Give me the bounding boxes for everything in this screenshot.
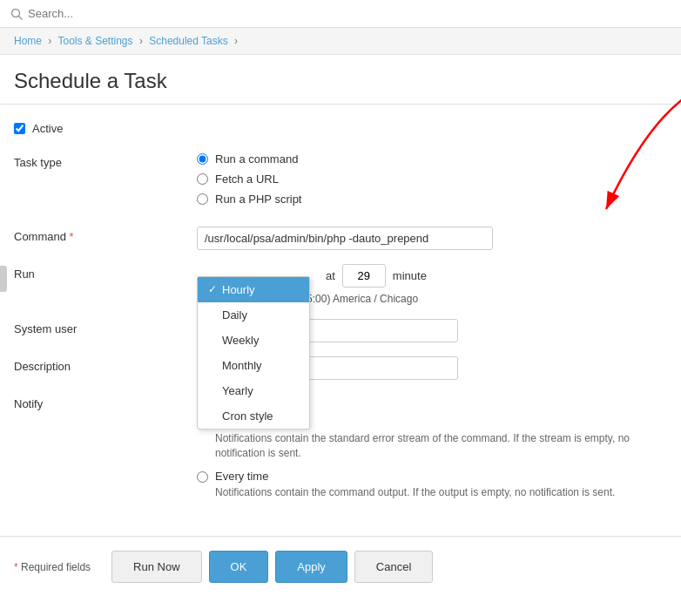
run-row: Run ✓ Hourly Daily — [14, 264, 667, 305]
minute-input[interactable] — [342, 264, 386, 288]
footer: * Required fields Run Now OK Apply Cance… — [0, 536, 681, 597]
check-icon-empty — [208, 308, 222, 321]
required-note: * Required fields — [14, 561, 91, 573]
breadcrumb-sep3: › — [234, 35, 238, 47]
svg-line-1 — [19, 16, 23, 19]
search-input[interactable] — [28, 7, 202, 20]
description-row: Description — [14, 356, 667, 380]
search-icon — [10, 8, 23, 20]
breadcrumb-scheduled-tasks[interactable]: Scheduled Tasks — [149, 35, 228, 47]
run-now-button[interactable]: Run Now — [111, 551, 201, 583]
run-content: ✓ Hourly Daily Weekly — [197, 264, 667, 305]
active-checkbox[interactable] — [14, 123, 25, 134]
system-user-label: System user — [14, 319, 197, 335]
radio-run-command: Run a command — [197, 152, 667, 166]
system-user-row: System user — [14, 319, 667, 342]
dropdown-item-cron[interactable]: Cron style — [198, 403, 309, 429]
required-text: Required fields — [21, 561, 91, 573]
radio-run-php: Run a PHP script — [197, 193, 667, 206]
check-icon: ✓ — [208, 283, 222, 295]
task-type-options: Run a command Fetch a URL Run a PHP scri… — [197, 152, 667, 213]
radio-run-command-label: Run a command — [215, 152, 298, 166]
task-type-label: Task type — [14, 152, 197, 169]
dropdown-menu: ✓ Hourly Daily Weekly — [197, 276, 310, 430]
radio-run-php-input[interactable] — [197, 193, 208, 205]
minute-label: minute — [393, 269, 427, 282]
radio-run-php-label: Run a PHP script — [215, 193, 301, 206]
active-label: Active — [32, 122, 63, 135]
description-label: Description — [14, 356, 197, 373]
notify-errors-desc: Notifications contain the standard error… — [215, 431, 651, 461]
notify-row: Notify Do not notify Errors only Notific… — [14, 394, 667, 508]
cancel-button[interactable]: Cancel — [354, 551, 433, 583]
dropdown-item-hourly[interactable]: ✓ Hourly — [198, 277, 309, 302]
radio-fetch-url: Fetch a URL — [197, 173, 667, 186]
breadcrumb-home[interactable]: Home — [14, 35, 42, 47]
radio-fetch-url-label: Fetch a URL — [215, 173, 279, 186]
at-label: at — [326, 269, 335, 282]
command-input[interactable] — [197, 227, 493, 250]
search-bar — [0, 0, 681, 28]
notify-label: Notify — [14, 394, 197, 410]
dropdown-item-yearly[interactable]: Yearly — [198, 378, 309, 403]
ok-button[interactable]: OK — [209, 551, 269, 583]
notify-always-radio[interactable] — [197, 471, 208, 483]
run-label: Run — [14, 264, 197, 281]
command-row: Command * — [14, 227, 667, 250]
dropdown-item-monthly[interactable]: Monthly — [198, 353, 309, 378]
apply-button[interactable]: Apply — [275, 551, 347, 583]
notify-always-desc: Notifications contain the command output… — [215, 485, 615, 500]
form-container: Active Task type Run a command Fetch a U… — [0, 105, 681, 536]
radio-fetch-url-input[interactable] — [197, 173, 208, 185]
command-content — [197, 227, 667, 250]
breadcrumb-tools[interactable]: Tools & Settings — [57, 35, 132, 47]
dropdown-item-weekly[interactable]: Weekly — [198, 328, 309, 353]
active-row: Active — [14, 118, 667, 139]
notify-always: Every time Notifications contain the com… — [197, 470, 667, 500]
dropdown-item-daily[interactable]: Daily — [198, 302, 309, 328]
notify-always-label: Every time — [215, 470, 615, 483]
radio-run-command-input[interactable] — [197, 153, 208, 165]
run-controls: ✓ Hourly Daily Weekly — [197, 264, 667, 288]
page-title: Schedule a Task — [0, 55, 681, 105]
breadcrumb-sep2: › — [139, 35, 143, 47]
breadcrumb: Home › Tools & Settings › Scheduled Task… — [0, 28, 681, 55]
side-tab — [0, 266, 7, 292]
task-type-row: Task type Run a command Fetch a URL Run … — [14, 152, 667, 213]
command-label: Command * — [14, 227, 197, 243]
breadcrumb-sep1: › — [48, 35, 51, 47]
